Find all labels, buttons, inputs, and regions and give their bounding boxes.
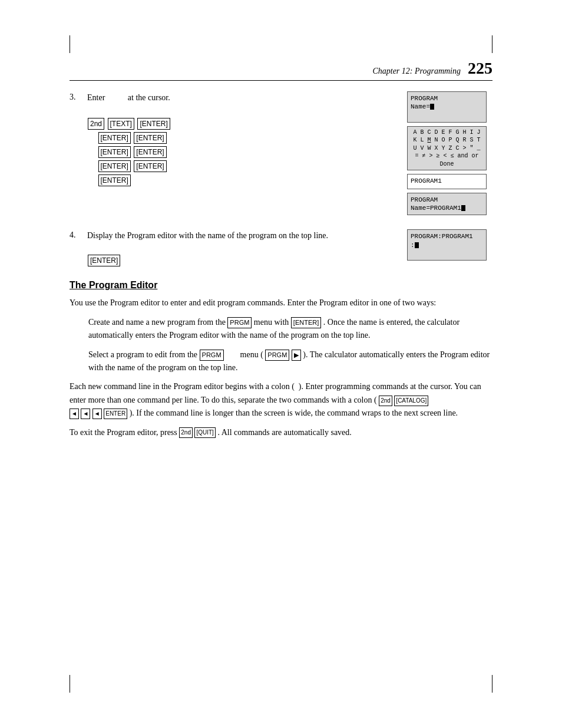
margin-mark-left-top [70,35,70,53]
step-3-screens: PROGRAM Name= A B C D E F G H I J K L M … [407,91,492,219]
key-enter-5[interactable]: [ENTER] [134,146,166,158]
para3-part2: . All commands are automatically saved. [217,428,351,437]
page-header: Chapter 12: Programming 225 [70,59,492,81]
grid-row4: = ≠ > ≥ < ≤ and or [410,152,484,160]
para3-part1: To exit the Program editor, press [70,428,179,437]
para2-part2: ). If the command line is longer than th… [130,409,458,417]
key-enter-4[interactable]: [ENTER] [98,146,131,158]
step-3-keys-row3: [ENTER] [ENTER] [87,146,395,159]
screen4-line1: PROGRAM:PROGRAM1 [411,232,483,241]
margin-mark-right-top [492,35,492,53]
calc-screen-1: PROGRAM Name= [407,91,487,123]
key-enter-para2[interactable]: ENTER [104,409,127,419]
indent1-part1: Create and name a new program from the [88,318,227,327]
key-quit[interactable]: [QUIT] [194,427,215,438]
char-grid: A B C D E F G H I J K L M N O P Q R S T … [407,126,487,171]
new-enter-key[interactable]: [ENTER] [291,317,321,329]
key-arrow-left-1[interactable]: ◄ [70,409,79,419]
prgm-key-1[interactable]: PRGM [227,317,252,329]
main-content: 3. Enter at the cursor. 2nd [TEXT] [ENTE… [70,91,492,445]
prgm-key-2[interactable]: PRGM [200,350,224,361]
grid-row3: U V W X Y Z C > " _ [410,144,484,153]
page: Chapter 12: Programming 225 3. Enter at … [0,0,562,728]
header-page-number: 225 [468,59,492,78]
calc-screen-4: PROGRAM:PROGRAM1 : [407,229,487,261]
cursor-3 [461,205,465,211]
screen3-line2: Name=PROGRAM1 [411,204,483,212]
screen1-blank [411,111,483,120]
screen4-line2: : [411,241,483,249]
step-3-keys-row5: [ENTER] [87,174,395,187]
program-editor-para2: Each new command line in the Program edi… [70,380,492,420]
margin-mark-right-bottom [492,675,492,693]
screen1-line1: PROGRAM [411,94,483,103]
key-2nd-para3[interactable]: 2nd [179,427,193,438]
program-editor-indent1: Create and name a new program from the P… [88,316,492,342]
key-2nd-para2[interactable]: 2nd [379,396,392,406]
indent1-part2: menu with [254,318,291,327]
screen-program1-text: PROGRAM1 [411,177,483,186]
step-3-line1: Enter at the cursor. [87,93,170,102]
step-4-description: Display the Program editor with the name… [87,231,328,240]
indent2-part1: Select a program to edit from the [88,350,200,359]
key-enter-step4[interactable]: [ENTER] [88,255,120,266]
key-enter-7[interactable]: [ENTER] [134,160,166,172]
grid-row1: A B C D E F G H I J [410,129,484,137]
cursor-4 [415,242,419,248]
key-text[interactable]: [TEXT] [108,118,134,130]
cursor-1 [430,104,434,110]
key-enter-1[interactable]: [ENTER] [137,118,170,130]
key-catalog[interactable]: [CATALOG] [394,396,428,406]
step-4-screen: PROGRAM:PROGRAM1 : [407,229,492,267]
arrow-right-key[interactable]: ▶ [292,350,301,361]
screen3-line1: PROGRAM [411,196,483,204]
margin-mark-left-bottom [70,675,70,693]
step-4-text: Display the Program editor with the name… [87,229,395,267]
key-arrow-left-2[interactable]: ◄ [81,409,90,419]
grid-done: Done [410,160,484,169]
step-4-number: 4. [70,229,87,267]
key-2nd-1[interactable]: 2nd [88,118,104,130]
step-3-keys-row2: [ENTER] [ENTER] [87,131,395,144]
screen4-blank [411,249,483,258]
step-3-number: 3. [70,91,87,219]
calc-screen-program1: PROGRAM1 [407,174,487,189]
program-editor-para1: You use the Program editor to enter and … [70,297,492,309]
header-chapter-text: Chapter 12: Programming [372,67,461,76]
program-editor-para3: To exit the Program editor, press 2nd [Q… [70,426,492,439]
program-editor-indent2: Select a program to edit from the PRGM m… [88,348,492,375]
key-arrow-left-3[interactable]: ◄ [92,409,102,419]
screen1-line2: Name= [411,103,483,111]
key-enter-8[interactable]: [ENTER] [98,174,131,186]
calc-screen-3: PROGRAM Name=PROGRAM1 [407,193,487,216]
step-3-keys-row4: [ENTER] [ENTER] [87,160,395,173]
step-3-keys-row1: 2nd [TEXT] [ENTER] [87,117,395,130]
step-3-row: 3. Enter at the cursor. 2nd [TEXT] [ENTE… [70,91,492,219]
step-3-text: Enter at the cursor. 2nd [TEXT] [ENTER] … [87,91,395,219]
key-enter-2[interactable]: [ENTER] [98,132,131,144]
indent2-part2: menu ( [226,350,263,359]
step-4-row: 4. Display the Program editor with the n… [70,229,492,267]
grid-row2: K L M N O P Q R S T [410,136,484,144]
program-editor-heading: The Program Editor [70,280,492,291]
prgm-key-3[interactable]: PRGM [265,350,289,361]
key-enter-3[interactable]: [ENTER] [134,132,166,144]
key-enter-6[interactable]: [ENTER] [98,160,131,172]
